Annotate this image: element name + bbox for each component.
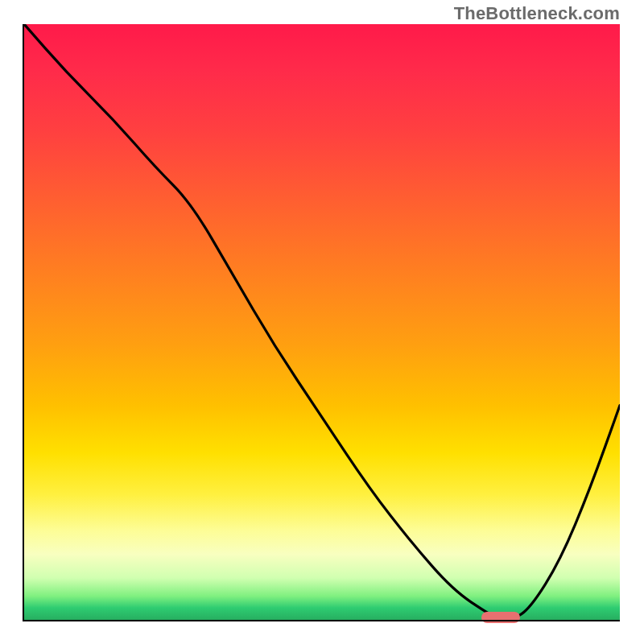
bottleneck-chart: TheBottleneck.com xyxy=(0,0,644,644)
curve-svg xyxy=(24,24,620,620)
watermark-text: TheBottleneck.com xyxy=(454,3,620,24)
bottleneck-curve-line xyxy=(24,24,620,620)
y-axis xyxy=(23,24,24,621)
plot-area xyxy=(24,24,620,620)
x-axis xyxy=(24,620,620,621)
